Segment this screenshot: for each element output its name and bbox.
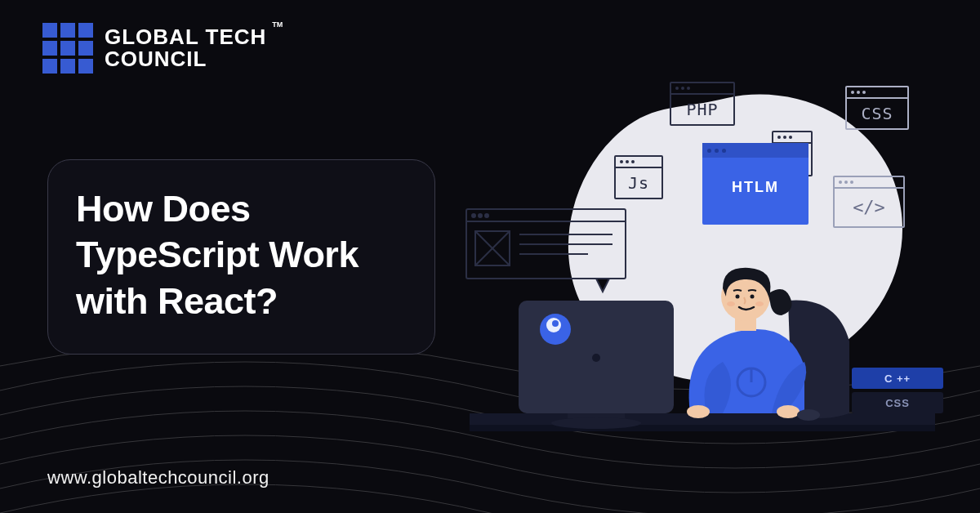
svg-point-23 xyxy=(777,405,800,418)
svg-point-27 xyxy=(751,295,755,299)
svg-point-2 xyxy=(472,214,475,217)
trademark-symbol: TM xyxy=(272,21,283,29)
svg-point-30 xyxy=(797,409,820,421)
headline-text: How Does TypeScript Work with React? xyxy=(76,186,407,324)
svg-rect-12 xyxy=(470,425,935,431)
css-window-icon: CSS xyxy=(845,86,909,130)
js-label: Js xyxy=(616,168,662,198)
php-window-icon: PHP xyxy=(670,82,735,126)
headline-card: How Does TypeScript Work with React? xyxy=(47,159,435,355)
developer-illustration: PHP CSS Js HTLM </> xyxy=(457,49,964,474)
svg-point-4 xyxy=(485,214,488,217)
svg-point-22 xyxy=(687,405,710,418)
html-label: HTLM xyxy=(702,158,808,196)
book-stack: C ++ CSS xyxy=(852,364,943,413)
logo-text-line2: COUNCIL xyxy=(105,48,266,70)
book-css-label: CSS xyxy=(885,397,910,409)
php-label: PHP xyxy=(671,95,733,124)
code-window-icon: </> xyxy=(833,176,905,228)
developer-scene: C ++ CSS xyxy=(461,252,960,464)
svg-point-15 xyxy=(551,417,641,429)
website-url: www.globaltechcouncil.org xyxy=(47,467,270,488)
logo-grid-icon xyxy=(42,23,93,74)
svg-point-19 xyxy=(592,354,600,362)
brand-logo: GLOBAL TECH TM COUNCIL xyxy=(42,23,266,74)
code-symbol: </> xyxy=(835,189,903,225)
js-window-icon: Js xyxy=(614,155,663,199)
css-label: CSS xyxy=(847,99,907,128)
html-window-icon: HTLM xyxy=(702,143,808,225)
svg-point-28 xyxy=(727,301,735,306)
svg-point-29 xyxy=(755,301,764,306)
logo-text-line1: GLOBAL TECH xyxy=(105,25,266,49)
book-cpp-label: C ++ xyxy=(884,372,911,385)
svg-point-3 xyxy=(479,214,482,217)
svg-point-18 xyxy=(552,320,559,327)
svg-point-26 xyxy=(736,295,740,299)
